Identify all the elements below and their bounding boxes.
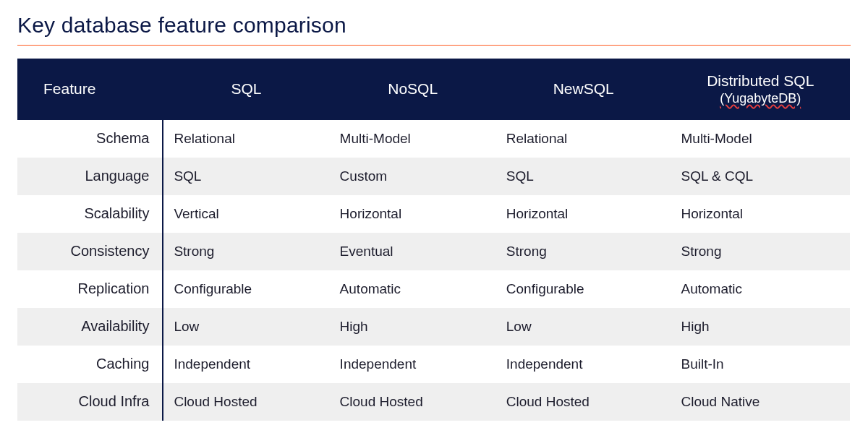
row-label: Consistency: [17, 233, 163, 270]
cell-value: SQL: [163, 158, 329, 195]
cell-value: Strong: [163, 233, 329, 270]
cell-value: Eventual: [330, 233, 496, 270]
table-row: AvailabilityLowHighLowHigh: [17, 308, 850, 346]
cell-value: Low: [496, 308, 671, 346]
cell-value: Independent: [496, 346, 671, 383]
cell-value: Strong: [496, 233, 671, 270]
col-header-newsql: NewSQL: [496, 59, 671, 120]
table-row: ReplicationConfigurableAutomaticConfigur…: [17, 270, 850, 308]
cell-value: Multi-Model: [671, 120, 851, 158]
table-row: LanguageSQLCustomSQLSQL & CQL: [17, 158, 850, 195]
cell-value: Automatic: [330, 270, 496, 308]
cell-value: Configurable: [496, 270, 671, 308]
row-label: Scalability: [17, 195, 163, 233]
comparison-table: Feature SQL NoSQL NewSQL Distributed SQL…: [17, 59, 851, 421]
cell-value: Configurable: [163, 270, 329, 308]
table-row: ConsistencyStrongEventualStrongStrong: [17, 233, 850, 270]
cell-value: Cloud Hosted: [330, 383, 496, 421]
cell-value: Cloud Native: [671, 383, 851, 421]
cell-value: High: [671, 308, 851, 346]
table-row: Cloud InfraCloud HostedCloud HostedCloud…: [17, 383, 850, 421]
cell-value: Relational: [496, 120, 671, 158]
col-header-dsql-line2: (YugabyteDB): [720, 91, 801, 106]
col-header-dsql-line1: Distributed SQL: [707, 72, 814, 89]
row-label: Availability: [17, 308, 163, 346]
col-header-sql: SQL: [163, 59, 329, 120]
cell-value: Horizontal: [671, 195, 851, 233]
row-label: Replication: [17, 270, 163, 308]
table-row: CachingIndependentIndependentIndependent…: [17, 346, 850, 383]
cell-value: Custom: [330, 158, 496, 195]
cell-value: Strong: [671, 233, 851, 270]
row-label: Cloud Infra: [17, 383, 163, 421]
cell-value: SQL & CQL: [671, 158, 851, 195]
cell-value: Independent: [163, 346, 329, 383]
table-row: ScalabilityVerticalHorizontalHorizontalH…: [17, 195, 850, 233]
cell-value: Automatic: [671, 270, 851, 308]
row-label: Schema: [17, 120, 163, 158]
table-header-row: Feature SQL NoSQL NewSQL Distributed SQL…: [17, 59, 850, 120]
col-header-distributed-sql: Distributed SQL (YugabyteDB): [671, 59, 851, 120]
cell-value: High: [330, 308, 496, 346]
row-label: Caching: [17, 346, 163, 383]
cell-value: Vertical: [163, 195, 329, 233]
cell-value: Independent: [330, 346, 496, 383]
cell-value: Cloud Hosted: [163, 383, 329, 421]
cell-value: Cloud Hosted: [496, 383, 671, 421]
cell-value: Horizontal: [496, 195, 671, 233]
col-header-feature: Feature: [17, 59, 163, 120]
title-rule: [17, 45, 851, 46]
col-header-nosql: NoSQL: [330, 59, 496, 120]
cell-value: SQL: [496, 158, 671, 195]
row-label: Language: [17, 158, 163, 195]
page-title: Key database feature comparison: [17, 13, 851, 45]
table-body: SchemaRelationalMulti-ModelRelationalMul…: [17, 120, 850, 421]
table-row: SchemaRelationalMulti-ModelRelationalMul…: [17, 120, 850, 158]
cell-value: Multi-Model: [330, 120, 496, 158]
cell-value: Horizontal: [330, 195, 496, 233]
cell-value: Built-In: [671, 346, 851, 383]
cell-value: Relational: [163, 120, 329, 158]
cell-value: Low: [163, 308, 329, 346]
